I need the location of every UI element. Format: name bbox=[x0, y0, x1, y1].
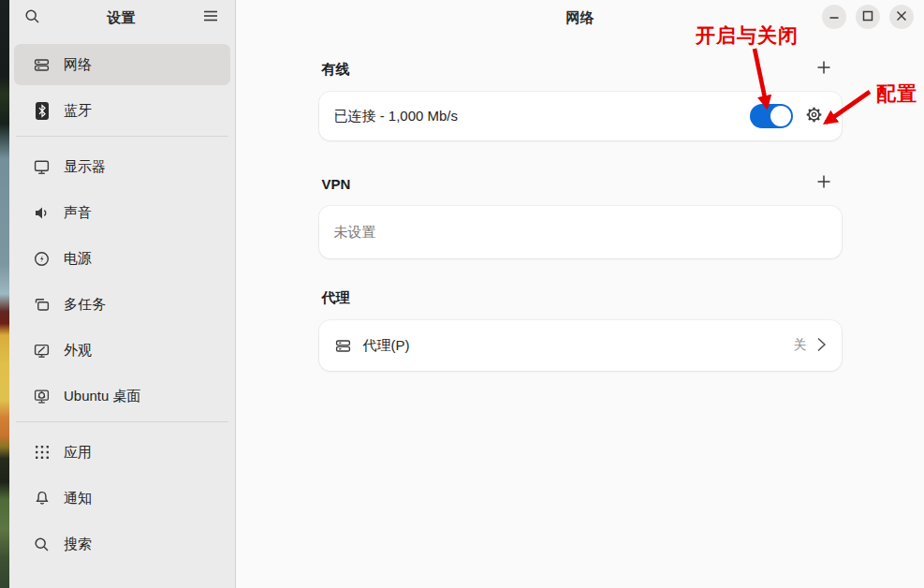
sidebar-item-appearance[interactable]: 外观 bbox=[14, 330, 230, 371]
wired-status: 已连接 - 1,000 Mb/s bbox=[334, 108, 750, 125]
chevron-right-icon bbox=[816, 336, 827, 356]
sidebar: 设置 网络 bbox=[9, 0, 236, 588]
plus-icon bbox=[816, 60, 831, 79]
sidebar-item-label: 外观 bbox=[64, 342, 92, 360]
sidebar-list: 网络 蓝牙 bbox=[9, 36, 235, 569]
wired-toggle[interactable] bbox=[750, 104, 793, 128]
section-label-wired: 有线 bbox=[322, 61, 350, 79]
ubuntu-desktop-icon bbox=[33, 388, 51, 405]
network-icon bbox=[33, 56, 51, 74]
search-button[interactable] bbox=[21, 7, 43, 29]
sidebar-item-network[interactable]: 网络 bbox=[14, 44, 230, 85]
search-icon bbox=[24, 8, 40, 28]
sidebar-item-label: 应用 bbox=[64, 444, 92, 462]
search-icon bbox=[33, 536, 51, 553]
network-icon bbox=[334, 337, 352, 355]
notifications-icon bbox=[33, 490, 51, 507]
sidebar-item-label: 声音 bbox=[64, 204, 92, 222]
toggle-knob bbox=[770, 106, 791, 126]
wired-card: 已连接 - 1,000 Mb/s bbox=[319, 92, 842, 140]
close-icon bbox=[896, 8, 907, 25]
sidebar-item-label: 多任务 bbox=[64, 296, 106, 314]
vpn-empty-row: 未设置 bbox=[319, 206, 842, 258]
section-proxy: 代理 代理(P) 关 bbox=[319, 288, 842, 371]
sidebar-item-notifications[interactable]: 通知 bbox=[14, 478, 230, 519]
section-vpn: VPN 未设置 bbox=[319, 174, 842, 258]
plus-icon bbox=[816, 174, 831, 193]
settings-content: 有线 已连接 - 1,000 Mb/s bbox=[319, 60, 842, 371]
main-headerbar: 网络 bbox=[236, 0, 924, 36]
sidebar-item-ubuntu-desktop[interactable]: Ubuntu 桌面 bbox=[14, 375, 230, 417]
section-label-proxy: 代理 bbox=[322, 289, 350, 307]
window-controls bbox=[822, 5, 914, 29]
proxy-row[interactable]: 代理(P) 关 bbox=[319, 320, 842, 371]
sidebar-title: 设置 bbox=[43, 9, 199, 27]
sidebar-separator bbox=[16, 421, 228, 422]
sidebar-item-power[interactable]: 电源 bbox=[14, 238, 230, 279]
maximize-button[interactable] bbox=[856, 5, 880, 29]
section-label-vpn: VPN bbox=[322, 176, 351, 192]
main-panel: 网络 bbox=[236, 0, 924, 588]
sidebar-item-label: 网络 bbox=[64, 56, 92, 74]
bluetooth-icon bbox=[33, 102, 51, 120]
sidebar-item-multitasking[interactable]: 多任务 bbox=[14, 284, 230, 325]
sidebar-item-label: Ubuntu 桌面 bbox=[64, 388, 141, 405]
settings-window: 设置 网络 bbox=[9, 0, 924, 588]
gear-icon bbox=[805, 106, 823, 126]
apps-icon bbox=[33, 444, 51, 462]
sidebar-item-bluetooth[interactable]: 蓝牙 bbox=[14, 90, 230, 131]
hamburger-icon bbox=[203, 9, 218, 26]
minimize-icon bbox=[829, 8, 840, 25]
sidebar-headerbar: 设置 bbox=[9, 0, 235, 36]
page-title: 网络 bbox=[236, 9, 924, 27]
sidebar-item-label: 显示器 bbox=[64, 158, 106, 176]
desktop-wallpaper-strip bbox=[0, 0, 9, 588]
sidebar-item-search[interactable]: 搜索 bbox=[14, 523, 230, 565]
proxy-card: 代理(P) 关 bbox=[319, 320, 842, 371]
vpn-status: 未设置 bbox=[334, 224, 827, 242]
vpn-card: 未设置 bbox=[319, 206, 842, 258]
close-button[interactable] bbox=[889, 5, 914, 29]
sidebar-item-label: 搜索 bbox=[64, 536, 92, 553]
section-wired: 有线 已连接 - 1,000 Mb/s bbox=[319, 60, 842, 140]
menu-button[interactable] bbox=[199, 7, 222, 29]
sidebar-item-displays[interactable]: 显示器 bbox=[14, 146, 230, 187]
sidebar-item-sound[interactable]: 声音 bbox=[14, 192, 230, 233]
add-vpn-button[interactable] bbox=[813, 172, 835, 195]
maximize-icon bbox=[862, 8, 873, 25]
proxy-status-value: 关 bbox=[794, 337, 807, 354]
multitasking-icon bbox=[33, 296, 51, 314]
sidebar-item-label: 电源 bbox=[64, 250, 92, 268]
wired-settings-button[interactable] bbox=[805, 108, 823, 125]
minimize-button[interactable] bbox=[822, 5, 846, 29]
sound-icon bbox=[33, 204, 51, 222]
sidebar-item-label: 蓝牙 bbox=[64, 102, 92, 120]
proxy-label: 代理(P) bbox=[363, 337, 794, 355]
sidebar-item-label: 通知 bbox=[64, 490, 92, 507]
sidebar-separator bbox=[16, 136, 228, 137]
display-icon bbox=[33, 158, 51, 176]
wired-connection-row[interactable]: 已连接 - 1,000 Mb/s bbox=[319, 92, 842, 140]
sidebar-item-apps[interactable]: 应用 bbox=[14, 432, 230, 473]
appearance-icon bbox=[33, 342, 51, 360]
add-wired-button[interactable] bbox=[813, 58, 835, 81]
power-icon bbox=[33, 250, 51, 268]
